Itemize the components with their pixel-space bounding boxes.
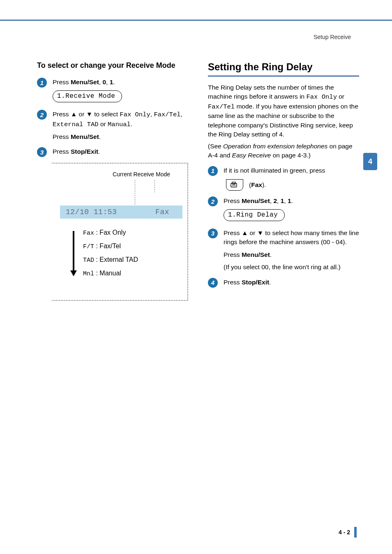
step-bullet: 3 — [208, 229, 218, 238]
bold: Stop/Exit — [242, 279, 269, 286]
italic: Easy Receive — [232, 152, 271, 159]
footer: 4 - 2 — [339, 527, 357, 538]
bold: 2 — [273, 197, 277, 204]
fax-label: (Fax). — [249, 180, 266, 189]
left-column: To select or change your Receive Mode 1 … — [37, 61, 191, 301]
step-body: Press ▲ or ▼ to select how many times th… — [224, 229, 359, 272]
legend-item: TAD : External TAD — [83, 253, 138, 267]
mono: Fax/Tel — [154, 111, 180, 118]
mono: Fax Only — [120, 111, 150, 118]
legend-name: : Fax/Tel — [96, 242, 120, 249]
lcd-mode: Fax — [155, 208, 177, 216]
page-number: 4 - 2 — [339, 529, 350, 536]
bold: Menu/Set — [71, 78, 99, 85]
step: 2 Press Menu/Set, 2, 1, 1. 1.Ring Delay — [208, 196, 359, 223]
heading-rule — [208, 76, 359, 76]
text: Press — [224, 197, 242, 204]
step-body: Press ▲ or ▼ to select Fax Only, Fax/Tel… — [53, 110, 188, 141]
top-rule — [0, 20, 392, 21]
text: Press ▲ or ▼ to select how many times th… — [224, 229, 359, 245]
chapter-tab: 4 — [363, 153, 377, 170]
text: . — [99, 133, 101, 140]
left-heading: To select or change your Receive Mode — [37, 61, 188, 70]
text: . — [131, 120, 132, 127]
mono: Manual — [108, 121, 131, 128]
mono: Fax/Tel — [208, 103, 235, 111]
step-bullet: 1 — [37, 78, 47, 88]
text: . — [113, 78, 115, 85]
text: . — [269, 279, 271, 286]
step-body: Press Stop/Exit. — [224, 278, 359, 287]
step-bullet: 1 — [208, 166, 218, 176]
lcd-display: 1.Receive Mode — [53, 90, 122, 102]
bold: Menu/Set — [242, 197, 270, 204]
legend-code: Mnl — [83, 270, 94, 277]
legend-code: F/T — [83, 243, 94, 250]
bold: Menu/Set — [242, 251, 270, 258]
step-body: Press Menu/Set, 0, 1. 1.Receive Mode — [53, 78, 188, 104]
step-bullet: 2 — [208, 196, 218, 206]
legend-item: Fax : Fax Only — [83, 226, 138, 240]
arrow-down-icon — [71, 226, 76, 280]
step-body: If it is not illuminated in green, press… — [224, 166, 359, 191]
text: . — [98, 148, 100, 155]
lcd-display: 1.Ring Delay — [224, 209, 285, 221]
legend-code: TAD — [83, 257, 94, 264]
step: 2 Press ▲ or ▼ to select Fax Only, Fax/T… — [37, 110, 188, 141]
step-bullet: 3 — [37, 147, 47, 157]
text: on page 4-3.) — [271, 152, 311, 159]
legend-name: : Fax Only — [96, 229, 126, 236]
step: 3 Press ▲ or ▼ to select how many times … — [208, 229, 359, 272]
text: (See — [208, 143, 223, 150]
step-bullet: 2 — [37, 110, 47, 120]
text: , — [106, 78, 110, 85]
see-also: (See Operation from extension telephones… — [208, 142, 359, 160]
text: Press — [53, 78, 71, 85]
text: Press — [224, 251, 242, 258]
receive-mode-diagram: Current Receive Mode 12/10 11:53 Fax Fax… — [51, 163, 188, 301]
text: Press — [53, 148, 71, 155]
text: Press — [53, 133, 71, 140]
legend-item: F/T : Fax/Tel — [83, 240, 138, 253]
diagram-label: Current Receive Mode — [60, 171, 170, 178]
right-column: Setting the Ring Delay The Ring Delay se… — [205, 61, 359, 301]
bold: 1 — [288, 197, 291, 204]
bold: Menu/Set — [71, 133, 99, 140]
legend-list: Fax : Fax Only F/T : Fax/Tel TAD : Exter… — [83, 226, 138, 280]
text: Press — [224, 279, 242, 286]
text: , — [181, 111, 182, 118]
italic: Operation from extension telephones — [223, 143, 327, 150]
text: If it is not illuminated in green, press — [224, 167, 325, 174]
text: . — [291, 197, 293, 204]
text: or — [337, 93, 344, 100]
text: , — [284, 197, 288, 204]
step: 1 If it is not illuminated in green, pre… — [208, 166, 359, 191]
step-body: Press Stop/Exit. — [53, 147, 188, 156]
mono: Fax Only — [307, 93, 337, 101]
legend-name: : Manual — [96, 270, 121, 277]
fax-button-icon — [226, 179, 243, 191]
step: 3 Press Stop/Exit. — [37, 147, 188, 157]
page: Setup Receive 4 To select or change your… — [0, 0, 392, 554]
diagram-guides — [60, 180, 182, 205]
note: (If you select 00, the line won't ring a… — [224, 263, 359, 272]
bold: 0 — [102, 78, 106, 85]
legend-code: Fax — [83, 230, 94, 237]
lcd-date: 12/10 11:53 — [66, 208, 117, 216]
step: 1 Press Menu/Set, 0, 1. 1.Receive Mode — [37, 78, 188, 104]
step-body: Press Menu/Set, 2, 1, 1. 1.Ring Delay — [224, 196, 359, 223]
bold: Fax — [251, 181, 262, 188]
step: 4 Press Stop/Exit. — [208, 278, 359, 288]
text: . — [270, 251, 272, 258]
intro-paragraph: The Ring Delay sets the number of times … — [208, 83, 359, 139]
text: Press ▲ or ▼ to select — [53, 111, 120, 118]
fax-icon — [230, 182, 240, 188]
lcd-strip: 12/10 11:53 Fax — [60, 205, 182, 219]
legend-name: : External TAD — [96, 256, 138, 263]
mono: External TAD — [53, 121, 99, 128]
step-bullet: 4 — [208, 278, 218, 288]
legend: Fax : Fax Only F/T : Fax/Tel TAD : Exter… — [60, 226, 182, 280]
text: or — [99, 120, 108, 127]
bold: Stop/Exit — [71, 148, 98, 155]
footer-bar — [354, 527, 357, 538]
